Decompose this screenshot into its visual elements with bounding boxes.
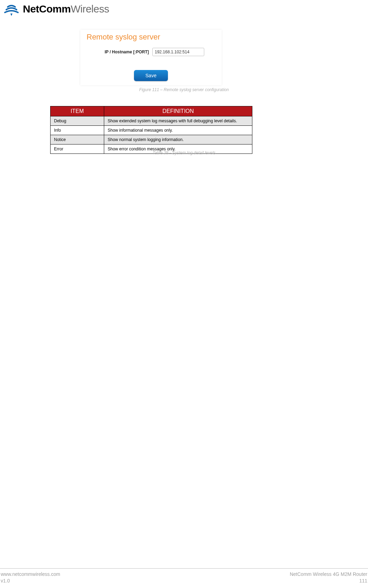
footer-left: www.netcommwireless.com v1.0 (1, 571, 60, 585)
ip-hostname-input[interactable] (152, 48, 204, 56)
footer-url: www.netcommwireless.com (1, 571, 60, 578)
cell-definition: Show normal system logging information. (104, 135, 252, 144)
table-header-row: ITEM DEFINITION (51, 106, 252, 116)
figure-caption: Figure 111 – Remote syslog server config… (0, 87, 368, 92)
footer-page-number: 111 (290, 578, 367, 585)
table-row: Notice Show normal system logging inform… (51, 135, 252, 144)
svg-marker-0 (10, 14, 12, 16)
cell-item: Notice (51, 135, 104, 144)
brand-light: Wireless (71, 3, 109, 15)
table-row: Debug Show extended system log messages … (51, 116, 252, 126)
brand-bold: NetComm (23, 3, 71, 15)
footer-version: v1.0 (1, 578, 60, 585)
cell-item: Info (51, 126, 104, 135)
page-header: NetCommWireless (0, 0, 368, 16)
footer-product: NetComm Wireless 4G M2M Router (290, 571, 367, 578)
remote-syslog-panel: Remote syslog server IP / Hostname [:POR… (80, 30, 222, 85)
log-level-table: ITEM DEFINITION Debug Show extended syst… (50, 106, 252, 154)
save-button[interactable]: Save (134, 70, 168, 81)
brand-text: NetCommWireless (23, 3, 109, 15)
page-footer: www.netcommwireless.com v1.0 NetComm Wir… (0, 571, 368, 585)
footer-right: NetComm Wireless 4G M2M Router 111 (290, 571, 367, 585)
netcomm-signal-icon (3, 2, 19, 16)
brand-logo: NetCommWireless (3, 2, 368, 16)
th-definition: DEFINITION (104, 106, 252, 116)
table-row: Info Show informational messages only. (51, 126, 252, 135)
panel-title: Remote syslog server (87, 33, 215, 42)
table-caption: Table 38 - System log detail levels (0, 150, 368, 155)
cell-item: Debug (51, 116, 104, 126)
cell-definition: Show informational messages only. (104, 126, 252, 135)
ip-hostname-label: IP / Hostname [:PORT] (87, 50, 149, 54)
ip-hostname-row: IP / Hostname [:PORT] (87, 48, 215, 56)
footer-divider (0, 568, 368, 569)
th-item: ITEM (51, 106, 104, 116)
cell-definition: Show extended system log messages with f… (104, 116, 252, 126)
